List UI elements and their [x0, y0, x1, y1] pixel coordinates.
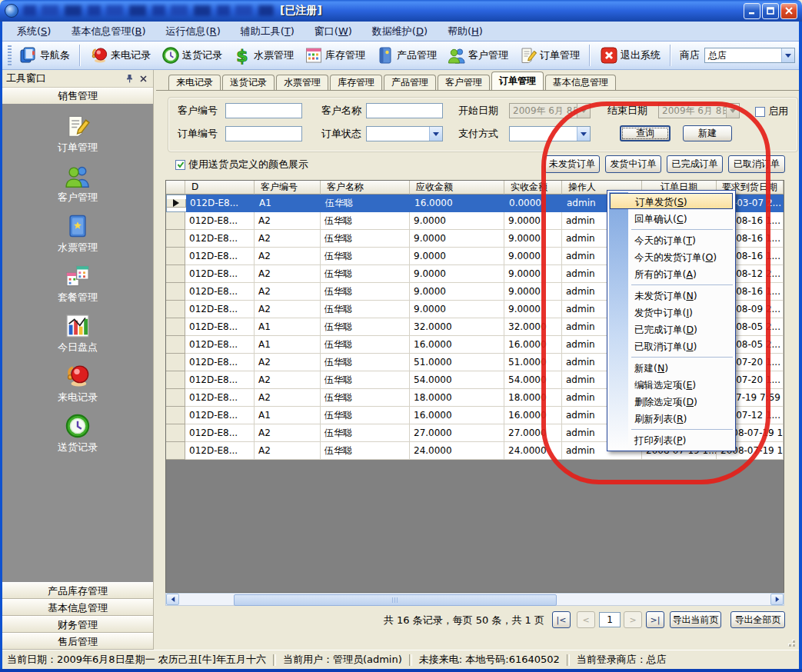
- header-cell[interactable]: 客户名称: [321, 181, 410, 195]
- tab-产品管理[interactable]: 产品管理: [384, 75, 436, 90]
- close-button[interactable]: [780, 3, 797, 19]
- customer-name-input[interactable]: [366, 103, 443, 118]
- toolbar-button-order[interactable]: 订单管理: [514, 43, 585, 68]
- status-filter-button[interactable]: 未发货订单: [544, 155, 600, 173]
- start-date-picker[interactable]: 2009年 6月 8日: [509, 103, 591, 118]
- toolbar-button-customer[interactable]: 客户管理: [442, 43, 514, 68]
- export-current-page-button[interactable]: 导出当前页: [670, 611, 721, 628]
- chevron-down-icon[interactable]: [577, 104, 590, 118]
- scroll-left-icon[interactable]: [166, 594, 179, 605]
- row-selector-cell[interactable]: [166, 248, 185, 265]
- resize-grip[interactable]: [786, 637, 795, 647]
- header-cell[interactable]: 客户编号: [255, 181, 321, 195]
- pin-icon[interactable]: [124, 73, 135, 85]
- sidebar-item-chart[interactable]: 今日盘点: [2, 313, 153, 353]
- chevron-down-icon[interactable]: [726, 104, 739, 118]
- shop-select[interactable]: 总店: [704, 48, 795, 63]
- menu-item[interactable]: 帮助(H): [438, 22, 493, 41]
- row-selector-cell[interactable]: [166, 424, 185, 442]
- toolbar-button-navigator[interactable]: 导航条: [14, 43, 75, 68]
- tab-送货记录[interactable]: 送货记录: [222, 75, 275, 90]
- tab-客户管理[interactable]: 客户管理: [438, 75, 490, 90]
- chevron-down-icon[interactable]: [429, 127, 442, 141]
- section-header[interactable]: 售后管理: [2, 633, 153, 650]
- row-selector-cell[interactable]: [166, 442, 185, 460]
- toolbar-grip[interactable]: [8, 45, 12, 65]
- sidebar-item-call-record[interactable]: 来电记录: [2, 363, 153, 403]
- row-selector-cell[interactable]: [166, 354, 185, 371]
- horizontal-scrollbar[interactable]: [165, 593, 784, 606]
- delivery-color-checkbox[interactable]: 使用送货员定义的颜色展示: [175, 158, 308, 171]
- chevron-down-icon[interactable]: [781, 48, 794, 62]
- section-header[interactable]: 财务管理: [2, 616, 153, 633]
- row-selector-cell[interactable]: [166, 212, 185, 230]
- status-filter-button[interactable]: 已完成订单: [667, 155, 723, 173]
- context-menu-item[interactable]: 已取消订单(U): [607, 338, 735, 355]
- context-menu-item[interactable]: 刷新列表(R): [607, 411, 735, 427]
- order-no-input[interactable]: [225, 126, 302, 141]
- context-menu-item[interactable]: 今天的发货订单(O): [607, 249, 735, 266]
- toolbar-button-delivery-record[interactable]: 送货记录: [156, 43, 228, 68]
- menu-item[interactable]: 辅助工具(T): [231, 22, 304, 41]
- status-filter-button[interactable]: 已取消订单: [728, 155, 785, 173]
- export-all-pages-button[interactable]: 导出全部页: [730, 611, 785, 628]
- row-selector-cell[interactable]: [166, 283, 185, 301]
- header-cell[interactable]: D: [185, 181, 255, 195]
- prev-page-button[interactable]: <: [577, 611, 595, 628]
- order-status-select[interactable]: [366, 126, 443, 141]
- tab-订单管理[interactable]: 订单管理: [491, 72, 544, 90]
- tab-来电记录[interactable]: 来电记录: [168, 75, 221, 90]
- context-menu-item[interactable]: 编辑选定项(E): [607, 377, 735, 394]
- section-header[interactable]: 基本信息管理: [2, 599, 153, 616]
- tab-基本信息管理[interactable]: 基本信息管理: [545, 75, 616, 90]
- scroll-right-icon[interactable]: [770, 594, 784, 605]
- menu-item[interactable]: 窗口(W): [304, 22, 362, 41]
- sidebar-item-water-card[interactable]: 水票管理: [2, 213, 153, 253]
- customer-no-input[interactable]: [225, 103, 302, 118]
- end-date-picker[interactable]: 2009年 6月 8日: [658, 103, 740, 118]
- enable-checkbox[interactable]: 启用: [755, 105, 788, 118]
- status-filter-button[interactable]: 发货中订单: [605, 155, 661, 173]
- section-header-sales[interactable]: 销售管理: [2, 88, 153, 105]
- menu-item[interactable]: 系统(S): [7, 22, 61, 41]
- row-selector-cell[interactable]: [167, 199, 186, 208]
- context-menu-item[interactable]: 今天的订单(T): [607, 232, 735, 249]
- toolbar-button-product[interactable]: 产品管理: [371, 43, 442, 68]
- row-selector-cell[interactable]: [166, 407, 185, 424]
- tool-window-close-icon[interactable]: [138, 73, 149, 85]
- maximize-button[interactable]: [762, 3, 779, 19]
- menu-item[interactable]: 数据维护(D): [362, 22, 438, 41]
- row-selector-cell[interactable]: [166, 318, 185, 336]
- new-button[interactable]: 新建: [683, 125, 732, 141]
- toolbar-button-water-ticket[interactable]: $水票管理: [228, 43, 299, 68]
- context-menu-item[interactable]: 删除选定项(D): [607, 394, 735, 411]
- row-selector-cell[interactable]: [166, 230, 185, 248]
- last-page-button[interactable]: >|: [646, 611, 664, 628]
- header-cell[interactable]: 应收金额: [410, 181, 504, 195]
- sidebar-item-delivery-record[interactable]: 送货记录: [2, 413, 153, 453]
- context-menu-item[interactable]: 所有的订单(A): [607, 266, 735, 283]
- row-selector-cell[interactable]: [166, 265, 185, 283]
- chevron-down-icon[interactable]: [577, 127, 590, 141]
- first-page-button[interactable]: |<: [552, 611, 571, 628]
- query-button[interactable]: 查询: [620, 125, 671, 141]
- context-menu-item[interactable]: 发货中订单(I): [607, 304, 735, 321]
- sidebar-item-order[interactable]: 订单管理: [2, 113, 153, 153]
- menu-item[interactable]: 运行信息(R): [156, 22, 231, 41]
- sidebar-item-package[interactable]: 套餐管理: [2, 263, 153, 303]
- sidebar-item-customer[interactable]: 客户管理: [2, 163, 153, 203]
- row-selector-cell[interactable]: [166, 301, 185, 318]
- context-menu-item[interactable]: 未发货订单(N): [607, 288, 735, 304]
- toolbar-button-inventory[interactable]: 库存管理: [299, 43, 371, 68]
- payment-method-select[interactable]: [509, 126, 591, 141]
- tab-水票管理[interactable]: 水票管理: [276, 75, 328, 90]
- context-menu-item[interactable]: 订单发货(S): [610, 193, 733, 209]
- row-selector-cell[interactable]: [166, 336, 185, 354]
- tab-库存管理[interactable]: 库存管理: [330, 75, 382, 90]
- row-selector-cell[interactable]: [166, 371, 185, 389]
- toolbar-button-exit[interactable]: 退出系统: [594, 43, 666, 68]
- toolbar-button-call-record[interactable]: 来电记录: [85, 43, 156, 68]
- context-menu-item[interactable]: 打印列表(P): [607, 432, 735, 449]
- context-menu-item[interactable]: 回单确认(C): [607, 211, 735, 228]
- page-number-input[interactable]: 1: [599, 612, 621, 627]
